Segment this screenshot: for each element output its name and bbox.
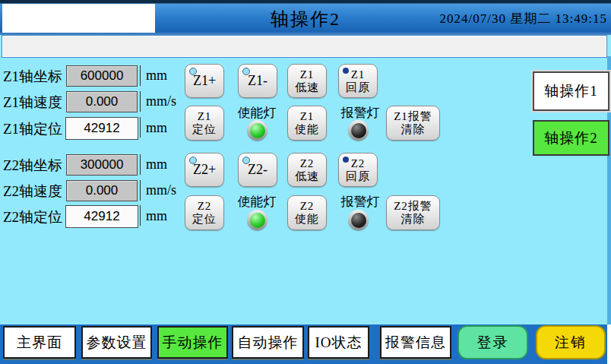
z2-home-button[interactable]: Z2 回原 — [338, 153, 378, 187]
clipped-edge-element — [607, 324, 611, 364]
z1-target-input[interactable]: 42912 — [65, 117, 138, 140]
nav-manual-operation[interactable]: 手动操作 — [157, 326, 228, 359]
button-label: Z1- — [248, 74, 268, 87]
indicator-dot-icon — [189, 157, 197, 164]
z1-alarm-lamp-label: 报警灯 — [332, 104, 388, 122]
button-label: 回原 — [346, 81, 370, 94]
indicator-dot-icon — [242, 68, 250, 75]
button-label: Z2+ — [193, 163, 216, 176]
z1-alarm-lamp — [348, 120, 369, 141]
z1-alarm-clear-button[interactable]: Z1报警 清除 — [386, 106, 440, 141]
z1-home-button[interactable]: Z1 回原 — [338, 64, 378, 98]
z2-enable-lamp-label: 使能灯 — [230, 193, 284, 210]
login-button[interactable]: 登录 — [457, 325, 528, 359]
z1-enable-lamp-label: 使能灯 — [230, 104, 284, 122]
button-label: 清除 — [401, 213, 426, 226]
nav-auto-operation[interactable]: 自动操作 — [232, 326, 304, 359]
button-label: 定位 — [192, 213, 217, 226]
indicator-dot-icon — [189, 68, 197, 75]
button-label: Z2 — [300, 157, 315, 170]
button-label: Z1+ — [193, 74, 216, 87]
indicator-dot-icon — [343, 157, 349, 163]
button-label: 回原 — [346, 170, 370, 183]
message-bar — [2, 35, 607, 58]
button-label: Z2报警 — [394, 200, 432, 213]
z2-coord-unit: mm — [146, 157, 167, 173]
nav-parameter-setup[interactable]: 参数设置 — [81, 326, 152, 359]
z1-target-unit: mm — [146, 120, 167, 136]
z1-speed-unit: mm/s — [146, 93, 176, 109]
z1-coord-unit: mm — [146, 68, 167, 84]
divider — [140, 154, 141, 175]
title-bar: 轴操作2 2024/07/30 星期二 13:49:15 — [0, 0, 611, 35]
z2-enable-button[interactable]: Z2 使能 — [287, 195, 327, 230]
button-label: Z1 — [300, 110, 315, 123]
z2-low-speed-button[interactable]: Z2 低速 — [287, 153, 327, 187]
z2-alarm-lamp — [348, 210, 369, 230]
button-label: Z2 — [300, 200, 315, 213]
divider — [140, 205, 141, 226]
z2-position-button[interactable]: Z2 定位 — [185, 195, 224, 230]
z2-enable-lamp — [247, 210, 268, 230]
divider — [140, 117, 141, 138]
led-black-icon — [351, 213, 366, 228]
button-label: 清除 — [401, 123, 426, 136]
hmi-screen: 轴操作2 2024/07/30 星期二 13:49:15 Z1轴坐标 60000… — [0, 0, 611, 364]
divider — [140, 91, 141, 112]
nav-main-screen[interactable]: 主界面 — [3, 326, 76, 359]
button-label: Z2 — [351, 157, 366, 170]
button-label: Z2 — [198, 200, 212, 213]
indicator-dot-icon — [343, 68, 349, 74]
z1-enable-lamp — [247, 120, 268, 141]
z1-jog-minus-button[interactable]: Z1- — [238, 64, 277, 98]
logout-button[interactable]: 注销 — [536, 325, 606, 359]
button-label: 低速 — [295, 170, 319, 183]
button-label: 使能 — [295, 213, 319, 226]
z2-coord-value: 300000 — [66, 154, 138, 176]
led-green-icon — [250, 123, 265, 138]
z2-coord-label: Z2轴坐标 — [3, 156, 62, 176]
z2-target-label: Z2轴定位 — [3, 207, 62, 227]
tab-axis-op-2[interactable]: 轴操作2 — [533, 120, 609, 156]
button-label: Z1 — [198, 110, 212, 123]
z2-jog-plus-button[interactable]: Z2+ — [185, 153, 224, 187]
z2-speed-value: 0.000 — [66, 180, 138, 201]
z1-low-speed-button[interactable]: Z1 低速 — [287, 64, 327, 98]
z2-target-input[interactable]: 42912 — [65, 205, 138, 228]
z1-coord-value: 600000 — [66, 65, 138, 87]
z1-coord-label: Z1轴坐标 — [3, 67, 62, 87]
nav-io-status[interactable]: IO状态 — [308, 326, 369, 359]
z2-jog-minus-button[interactable]: Z2- — [238, 153, 277, 187]
z2-alarm-lamp-label: 报警灯 — [332, 193, 388, 210]
z2-alarm-clear-button[interactable]: Z2报警 清除 — [386, 195, 440, 230]
z1-speed-label: Z1轴速度 — [3, 93, 62, 112]
divider — [140, 65, 141, 86]
button-label: 低速 — [295, 81, 319, 94]
led-green-icon — [250, 213, 265, 228]
button-label: 定位 — [192, 123, 217, 136]
z2-speed-label: Z2轴速度 — [3, 182, 62, 201]
datetime-display: 2024/07/30 星期二 13:49:15 — [440, 10, 607, 27]
z1-target-label: Z1轴定位 — [3, 119, 62, 139]
tab-axis-op-1[interactable]: 轴操作1 — [533, 71, 609, 111]
indicator-dot-icon — [242, 157, 250, 164]
z1-position-button[interactable]: Z1 定位 — [185, 106, 224, 141]
divider — [140, 180, 141, 201]
z2-target-unit: mm — [146, 208, 167, 224]
button-label: 使能 — [295, 123, 319, 136]
z1-speed-value: 0.000 — [66, 91, 138, 112]
button-label: Z1 — [351, 68, 366, 81]
z2-speed-unit: mm/s — [146, 182, 176, 198]
z1-jog-plus-button[interactable]: Z1+ — [185, 64, 224, 98]
button-label: Z1 — [300, 68, 315, 81]
button-label: Z2- — [248, 163, 268, 176]
button-label: Z1报警 — [394, 110, 432, 123]
nav-alarm-info[interactable]: 报警信息 — [380, 326, 451, 359]
led-black-icon — [351, 123, 366, 138]
z1-enable-button[interactable]: Z1 使能 — [287, 106, 327, 141]
